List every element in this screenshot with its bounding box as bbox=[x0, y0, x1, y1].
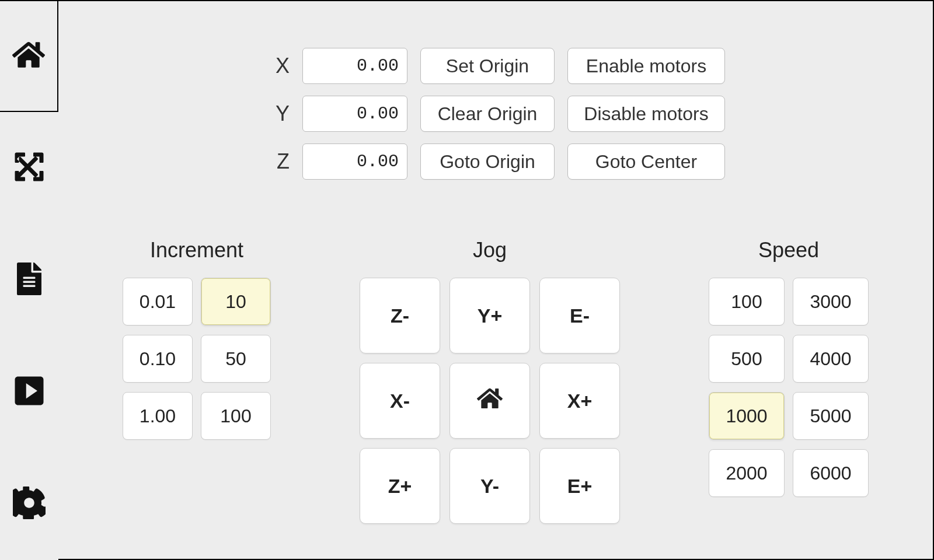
sidebar bbox=[0, 0, 58, 560]
file-icon bbox=[13, 262, 46, 298]
sidebar-item-move[interactable] bbox=[0, 112, 58, 224]
home-icon bbox=[12, 38, 45, 74]
disable-motors-button[interactable]: Disable motors bbox=[567, 96, 725, 132]
jog-e-minusplus-button[interactable]: E+ bbox=[539, 448, 620, 524]
axis-label-y: Y bbox=[266, 102, 290, 126]
axis-value-y: 0.00 bbox=[302, 96, 407, 132]
axis-value-x: 0.00 bbox=[302, 48, 407, 84]
jog-z-minusplus-button[interactable]: Z+ bbox=[360, 448, 440, 524]
jog-e-minus-button[interactable]: E- bbox=[539, 278, 620, 354]
position-controls: X 0.00 Set Origin Enable motors Y 0.00 C… bbox=[93, 48, 898, 180]
increment-option-100[interactable]: 100 bbox=[201, 392, 271, 440]
goto-origin-button[interactable]: Goto Origin bbox=[420, 144, 555, 180]
axis-value-z: 0.00 bbox=[302, 144, 407, 180]
sidebar-item-home[interactable] bbox=[0, 0, 58, 112]
sidebar-item-play[interactable] bbox=[0, 336, 58, 448]
jog-home-button[interactable] bbox=[449, 363, 530, 439]
gear-icon bbox=[13, 487, 46, 522]
enable-motors-button[interactable]: Enable motors bbox=[567, 48, 725, 84]
speed-panel: Speed 100300050040001000500020006000 bbox=[709, 238, 869, 524]
clear-origin-button[interactable]: Clear Origin bbox=[420, 96, 555, 132]
increment-option-0p10[interactable]: 0.10 bbox=[123, 335, 193, 383]
jog-y-minus-button[interactable]: Y- bbox=[449, 448, 530, 524]
speed-option-1000[interactable]: 1000 bbox=[709, 392, 785, 440]
speed-option-6000[interactable]: 6000 bbox=[793, 449, 869, 497]
jog-panel: Jog Z-Y+E-X-X+Z+Y-E+ bbox=[360, 238, 620, 524]
increment-panel: Increment 0.01100.10501.00100 bbox=[123, 238, 271, 524]
sidebar-item-settings[interactable] bbox=[0, 448, 58, 560]
jog-y-minusplus-button[interactable]: Y+ bbox=[449, 278, 530, 354]
increment-option-50[interactable]: 50 bbox=[201, 335, 271, 383]
jog-x-minus-button[interactable]: X- bbox=[360, 363, 440, 439]
play-icon bbox=[13, 374, 46, 410]
home-icon bbox=[477, 386, 503, 416]
speed-option-2000[interactable]: 2000 bbox=[709, 449, 785, 497]
main-panel: X 0.00 Set Origin Enable motors Y 0.00 C… bbox=[58, 0, 934, 560]
increment-option-1p00[interactable]: 1.00 bbox=[123, 392, 193, 440]
speed-option-5000[interactable]: 5000 bbox=[793, 392, 869, 440]
increment-title: Increment bbox=[150, 238, 243, 262]
speed-option-100[interactable]: 100 bbox=[709, 278, 785, 326]
speed-option-500[interactable]: 500 bbox=[709, 335, 785, 383]
jog-title: Jog bbox=[473, 238, 507, 262]
sidebar-item-file[interactable] bbox=[0, 224, 58, 336]
speed-option-4000[interactable]: 4000 bbox=[793, 335, 869, 383]
increment-option-10[interactable]: 10 bbox=[201, 278, 271, 326]
jog-z-minus-button[interactable]: Z- bbox=[360, 278, 440, 354]
speed-title: Speed bbox=[758, 238, 819, 262]
increment-option-0p01[interactable]: 0.01 bbox=[123, 278, 193, 326]
speed-option-3000[interactable]: 3000 bbox=[793, 278, 869, 326]
set-origin-button[interactable]: Set Origin bbox=[420, 48, 555, 84]
goto-center-button[interactable]: Goto Center bbox=[567, 144, 725, 180]
jog-x-minusplus-button[interactable]: X+ bbox=[539, 363, 620, 439]
axis-label-x: X bbox=[266, 54, 290, 78]
axis-label-z: Z bbox=[266, 149, 290, 174]
arrows-expand-icon bbox=[13, 150, 46, 186]
